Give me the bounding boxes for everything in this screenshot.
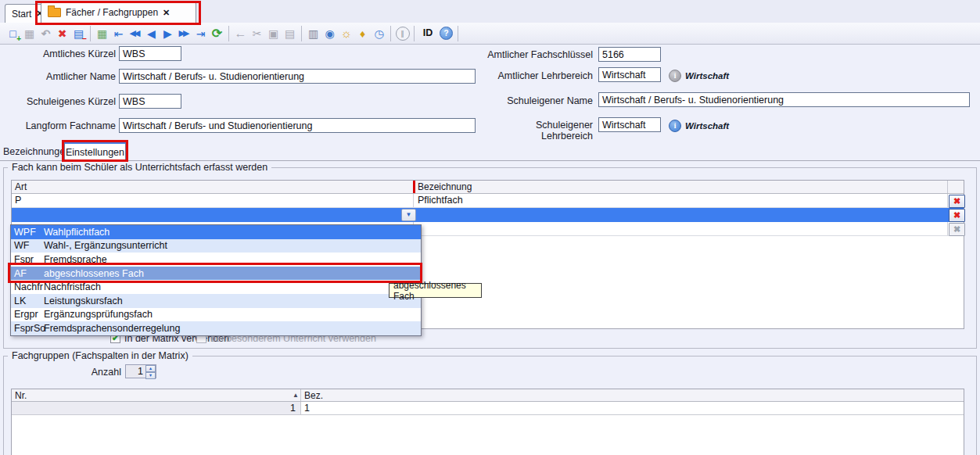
- label-amtlicher-name: Amtlicher Name: [5, 71, 116, 82]
- save-icon[interactable]: ▦: [21, 25, 38, 42]
- cell-nr: 1: [12, 403, 296, 414]
- spinner-up-icon[interactable]: ▲: [145, 365, 156, 372]
- print-icon[interactable]: ▥: [305, 25, 321, 42]
- col-header-art[interactable]: Art: [15, 181, 27, 192]
- label-schuleigener-name: Schuleigener Name: [483, 95, 593, 106]
- edit-properties-icon[interactable]: ▤−: [70, 25, 87, 42]
- cell-divider: [413, 194, 414, 207]
- cell-bez[interactable]: 1: [304, 403, 310, 414]
- tab-bezeichnungen[interactable]: Bezeichnungen: [3, 146, 64, 157]
- fast-forward-icon[interactable]: ▶▶: [176, 25, 192, 42]
- anzahl-spinner[interactable]: 1 ▲ ▼: [125, 364, 156, 378]
- label-amtliches-kuerzel: Amtliches Kürzel: [5, 48, 116, 59]
- cell-art: P: [15, 195, 21, 206]
- dropdown-item-wf[interactable]: WF Wahl-, Ergänzungsunterricht: [11, 239, 421, 253]
- tooltip: abgeschlossenes Fach: [389, 283, 482, 298]
- dropdown-item-wpf[interactable]: WPF Wahlpflichtfach: [11, 225, 421, 239]
- dropdown-item-fsprso[interactable]: FsprSo Fremdsprachensonderregelung: [11, 321, 421, 335]
- fachgruppe-row[interactable]: 1 1: [12, 402, 964, 415]
- info-icon-blue: i: [669, 120, 681, 132]
- next-record-icon[interactable]: ▶: [160, 25, 176, 42]
- input-amtlicher-fachschluessel[interactable]: 5166: [598, 47, 661, 62]
- table-row-pflichtfach[interactable]: P Pflichtfach ✖: [12, 194, 964, 208]
- cell-divider: [947, 222, 948, 235]
- spinner-down-icon[interactable]: ▼: [145, 372, 156, 379]
- label-langform-fachname: Langform Fachname: [5, 120, 116, 131]
- toolbar-separator: [90, 26, 91, 41]
- annotation-box-af-item: [8, 263, 422, 283]
- combo-chevron-down-icon[interactable]: ▼: [401, 209, 416, 221]
- input-schuleigenes-kuerzel[interactable]: WBS: [119, 94, 181, 109]
- label-schuleigener-lehrbereich: Schuleigener Lehrbereich: [483, 120, 593, 142]
- delete-row-button-disabled: ✖: [949, 223, 965, 236]
- toolbar-separator: [301, 26, 302, 41]
- groupbox-fachgruppen-title: Fachgruppen (Fachspalten in der Matrix): [8, 350, 192, 361]
- col-header-bez[interactable]: Bez.: [304, 390, 323, 401]
- input-amtlicher-name[interactable]: Wirtschaft / Berufs- u. Studienorientier…: [119, 69, 476, 84]
- main-toolbar: □+ ▦ ↶ ✖ ▤− ▦ ⇤ ◀◀ ◀ ▶ ▶▶ ⇥ ⟳ ← ✂ ▣ ▤ ▥ …: [0, 23, 980, 45]
- refresh-icon[interactable]: ⟳: [209, 25, 225, 42]
- schuleigener-lehrbereich-resolved-text: Wirtschaft: [685, 121, 729, 131]
- fachgruppen-table: Nr. ▲ Bez. 1 1: [11, 389, 964, 455]
- table1-header: Art Bezeichnung: [12, 181, 964, 194]
- anzahl-value: 1: [126, 365, 145, 378]
- copy-icon[interactable]: ▣: [265, 25, 282, 42]
- dropdown-item-ergpr[interactable]: Ergpr Ergänzungsprüfungsfach: [11, 308, 421, 322]
- annotation-box-einstellungen-tab: [62, 140, 128, 162]
- header-divider: [947, 181, 948, 193]
- undo-icon[interactable]: ↶: [38, 25, 54, 42]
- new-record-icon[interactable]: □+: [5, 25, 21, 42]
- cut-icon[interactable]: ✂: [249, 25, 265, 42]
- input-amtliches-kuerzel[interactable]: WBS: [119, 46, 181, 61]
- delete-record-icon[interactable]: ✖: [54, 25, 70, 42]
- toolbar-separator: [228, 26, 229, 41]
- sort-ascending-icon: ▲: [293, 392, 299, 399]
- previous-record-icon[interactable]: ◀: [143, 25, 160, 42]
- input-schuleigener-lehrbereich[interactable]: Wirtschaft: [598, 117, 661, 132]
- header-divider: [300, 389, 301, 401]
- back-arrow-icon[interactable]: ←: [232, 25, 249, 42]
- subtab-baseline: [0, 160, 980, 161]
- info-icon-gray: i: [669, 70, 681, 82]
- label-amtlicher-fachschluessel: Amtlicher Fachschlüssel: [483, 49, 593, 60]
- data-grid-icon[interactable]: ▦: [94, 25, 110, 42]
- dropdown-item-lk[interactable]: LK Leistungskursfach: [11, 294, 421, 308]
- tab-start-label: Start: [12, 9, 31, 20]
- fast-backward-icon[interactable]: ◀◀: [127, 25, 143, 42]
- amtlicher-lehrbereich-resolved-text: Wirtschaft: [685, 71, 729, 81]
- cell-divider: [947, 194, 948, 207]
- column-marker: [413, 181, 415, 193]
- last-record-icon[interactable]: ⇥: [192, 25, 209, 42]
- notification-bell-icon[interactable]: ♦: [354, 25, 371, 42]
- label-schuleigenes-kuerzel: Schuleigenes Kürzel: [5, 96, 116, 107]
- input-schuleigener-name[interactable]: Wirtschaft / Berufs- u. Studienorientier…: [598, 92, 970, 107]
- toolbar-separator: [390, 26, 391, 41]
- help-icon[interactable]: ?: [438, 25, 454, 42]
- paste-icon[interactable]: ▤: [282, 25, 298, 42]
- input-langform-fachname[interactable]: Wirtschaft / Berufs- und Studienorientie…: [119, 118, 476, 133]
- delete-row-button[interactable]: ✖: [949, 195, 965, 208]
- groupbox-unterrichtsfach-title: Fach kann beim Schüler als Unterrichtsfa…: [8, 162, 271, 173]
- settings-icon[interactable]: ∥: [394, 25, 411, 42]
- cell-bezeichnung: Pflichtfach: [418, 195, 463, 206]
- annotation-box-active-tab: [35, 1, 201, 25]
- toolbar-separator: [458, 26, 458, 41]
- table-row-selected-new[interactable]: ▼ ✖: [12, 208, 964, 222]
- toolbar-separator: [414, 26, 415, 41]
- label-anzahl: Anzahl: [47, 367, 121, 378]
- tips-bulb-icon[interactable]: ☼: [338, 25, 354, 42]
- label-amtlicher-lehrbereich: Amtlicher Lehrbereich: [483, 70, 593, 81]
- delete-row-button[interactable]: ✖: [949, 209, 965, 222]
- preview-eye-icon[interactable]: ◉: [321, 25, 338, 42]
- app-window: Start ✕ Fächer / Fachgruppen ✕ □+ ▦ ↶ ✖ …: [0, 0, 980, 455]
- first-record-icon[interactable]: ⇤: [110, 25, 127, 42]
- table2-header: Nr. ▲ Bez.: [12, 389, 964, 402]
- input-amtlicher-lehrbereich[interactable]: Wirtschaft: [598, 67, 661, 82]
- alarm-clock-icon[interactable]: ◷: [371, 25, 387, 42]
- cell-divider: [300, 402, 301, 414]
- col-header-bezeichnung[interactable]: Bezeichnung: [418, 181, 472, 192]
- col-header-nr[interactable]: Nr.: [15, 390, 27, 401]
- id-button[interactable]: ID: [418, 25, 438, 42]
